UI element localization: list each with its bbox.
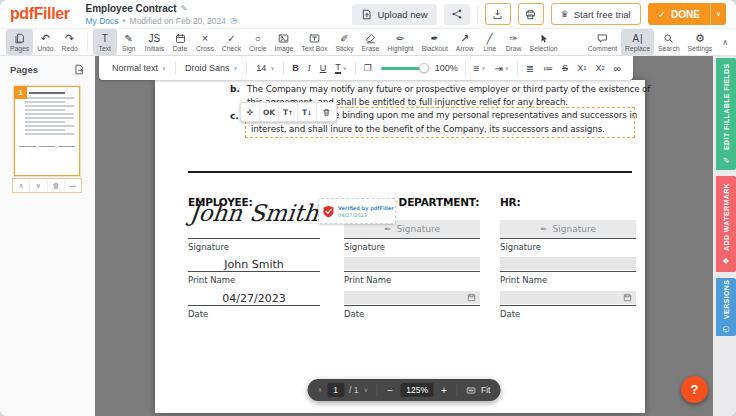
date-input[interactable] (500, 291, 636, 304)
align-button[interactable]: ≡∨ (470, 61, 490, 76)
more-page-options-button[interactable]: ••• (65, 179, 81, 192)
trash-icon (52, 182, 60, 190)
field-label: Print Name (500, 275, 547, 285)
tool-cross[interactable]: ×Cross (192, 29, 218, 55)
delete-text-button[interactable] (317, 103, 336, 121)
italic-button[interactable]: I (304, 61, 315, 75)
signature-field-button[interactable]: ✒Signature (500, 220, 636, 238)
bulleted-list-button[interactable]: ≣ (522, 61, 538, 76)
text-color-button[interactable]: T∨ (331, 61, 351, 76)
numbered-list-button[interactable]: ≔ (539, 61, 557, 76)
tool-text[interactable]: TText (93, 29, 117, 55)
tool-date-label: Date (173, 45, 187, 52)
my-docs-link[interactable]: My Docs (86, 16, 119, 26)
document-page[interactable]: b. The Company may notify any future or … (155, 80, 645, 413)
export-page-icon[interactable] (74, 64, 85, 75)
tool-undo[interactable]: ↶Undo (33, 29, 57, 55)
tool-highlight[interactable]: ✏Highlight (383, 29, 417, 55)
share-button[interactable] (444, 4, 470, 25)
tool-textbox[interactable]: Text Box (297, 29, 331, 55)
bold-button[interactable]: B (288, 61, 303, 75)
move-page-up-button[interactable]: ∧ (13, 179, 30, 192)
tool-draw[interactable]: ✑Draw (502, 29, 526, 55)
tool-highlight-label: Highlight (387, 45, 413, 52)
date-input[interactable] (344, 291, 480, 304)
ok-button[interactable]: OK (260, 103, 279, 121)
tool-arrow-label: Arrow (456, 45, 474, 52)
underline-button[interactable]: U (316, 61, 331, 75)
tool-sticky[interactable]: ✐Sticky (331, 29, 357, 55)
tool-arrow[interactable]: ↗Arrow (452, 29, 478, 55)
slider-knob[interactable] (419, 63, 429, 73)
tool-selection[interactable]: Selection (526, 29, 562, 55)
paragraph-style-select[interactable]: Normal text∨ (107, 61, 171, 75)
done-dropdown-button[interactable]: ∨ (710, 3, 726, 25)
opacity-slider[interactable] (381, 67, 425, 70)
tool-line[interactable]: ╱Line (478, 29, 502, 55)
link-button[interactable]: ∞ (610, 61, 625, 76)
pages-sidebar: Pages 1 ∧ ∨ ••• (0, 56, 95, 416)
tool-image[interactable]: Image (270, 29, 297, 55)
tool-check-label: Check (222, 45, 241, 52)
tool-replace[interactable]: A|Replace (621, 29, 654, 55)
print-icon (525, 9, 536, 20)
download-button[interactable] (485, 3, 511, 25)
tool-check[interactable]: ✓Check (218, 29, 245, 55)
tool-undo-label: Undo (37, 45, 53, 52)
tool-settings[interactable]: ⚙Settings (684, 29, 717, 55)
tool-sign[interactable]: ✎Sign (117, 29, 141, 55)
tab-add-watermark[interactable]: ❖ADD WATERMARK (716, 176, 736, 272)
zoom-level[interactable]: 125% (400, 383, 434, 397)
rename-pencil-icon[interactable]: ✎ (181, 4, 188, 13)
zoom-in-button[interactable]: + (439, 385, 449, 396)
tool-blackout[interactable]: ✒Blackout (418, 29, 452, 55)
zoom-out-button[interactable]: − (385, 385, 395, 396)
move-handle[interactable]: ✜ (241, 103, 260, 121)
tool-date[interactable]: Date (168, 29, 192, 55)
tool-image-label: Image (274, 45, 293, 52)
print-name-input[interactable] (344, 257, 480, 270)
document-title: Employee Contract (86, 3, 177, 14)
tool-erase[interactable]: Erase (358, 29, 384, 55)
strikethrough-button[interactable]: S (558, 61, 572, 75)
indent-button[interactable]: ⇥∨ (490, 61, 512, 76)
done-button[interactable]: ✓ DONE (648, 3, 710, 25)
current-page-input[interactable]: 1 (327, 383, 344, 397)
previous-page-button[interactable]: ∧ (318, 386, 323, 394)
font-family-select[interactable]: Droid Sans∨ (180, 61, 243, 75)
font-decrease-button[interactable]: T↓ (298, 103, 317, 121)
superscript-button[interactable]: X1 (573, 61, 590, 75)
font-increase-button[interactable]: T↑ (279, 103, 298, 121)
print-name-input[interactable] (500, 257, 636, 270)
tab-edit-fillable-fields[interactable]: ✎EDIT FILLABLE FIELDS (716, 58, 736, 170)
move-page-down-button[interactable]: ∨ (30, 179, 47, 192)
next-page-button[interactable]: ∨ (363, 386, 368, 394)
copy-style-button[interactable]: ❐ (360, 61, 376, 75)
field-label: Date (344, 309, 364, 319)
more-icon: ••• (70, 183, 76, 189)
history-clock-icon[interactable]: ◷ (230, 16, 237, 25)
subscript-button[interactable]: X2 (591, 61, 608, 75)
tab-versions[interactable]: ◷VERSIONS (716, 278, 736, 336)
start-free-trial-button[interactable]: ♛ Start free trial (551, 3, 641, 25)
tool-redo[interactable]: ↷Redo (58, 29, 82, 55)
toolbar-divider (477, 6, 478, 22)
tool-circle[interactable]: ○Circle (245, 29, 270, 55)
tool-pages[interactable]: Pages (6, 29, 33, 55)
toolbar-collapse-button[interactable]: ∧ (722, 38, 728, 47)
delete-page-button[interactable] (48, 179, 65, 192)
print-button[interactable] (518, 3, 544, 25)
document-subtitle-row: My Docs • Modified on Feb 20, 2024 ◷ (86, 16, 237, 26)
chev-up-icon: ∧ (19, 182, 24, 190)
italic-icon: I (308, 63, 311, 73)
tool-search[interactable]: Search (654, 29, 684, 55)
tool-initials[interactable]: JSInitials (141, 29, 168, 55)
page-thumbnail[interactable]: 1 (14, 86, 80, 176)
help-button[interactable]: ? (681, 376, 708, 403)
strike-icon: S (562, 63, 568, 73)
upload-new-button[interactable]: Upload new (352, 4, 436, 25)
field-underline (344, 305, 480, 306)
fit-button[interactable]: Fit (466, 385, 490, 395)
font-size-select[interactable]: 14∨ (251, 61, 279, 75)
tool-comment[interactable]: Comment (584, 29, 621, 55)
